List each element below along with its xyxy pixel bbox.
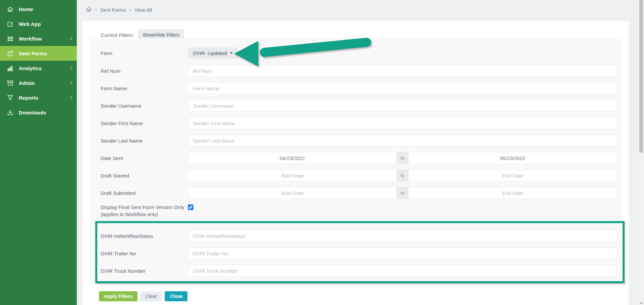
filter-row-form-name: Form Name — [101, 80, 617, 97]
final-sent-form-version-checkbox[interactable] — [188, 204, 194, 210]
chevron-left-icon — [69, 36, 73, 41]
field-control — [188, 135, 617, 147]
filter-row-sender-username: Sender Username — [101, 97, 617, 114]
action-buttons: Apply Filters Clear Close — [99, 291, 187, 301]
chevron-left-icon — [69, 65, 73, 71]
filter-row-date-sent: Date Sentto — [101, 149, 617, 167]
sidebar-item-label: Home — [19, 6, 33, 12]
filter-row-draft-started: Draft Startedto — [101, 167, 617, 184]
sidebar-item-label: Sent Forms — [19, 51, 47, 56]
ref-num-input[interactable] — [188, 65, 617, 77]
sidebar-item-downloads[interactable]: Downloads — [0, 105, 77, 120]
sender-last-name-input[interactable] — [188, 135, 617, 147]
filter-row-draft-submitted: Draft Submittedto — [101, 184, 617, 202]
field-control — [188, 230, 617, 242]
field-label: Draft Submitted — [101, 190, 188, 197]
breadcrumb: • Sent Forms • View All — [86, 6, 152, 13]
filter-row-dvir-trailer-no: DVIR Trailer No — [101, 245, 617, 262]
filter-row-display-final-sent-form-version-only: Display Final Sent Form Version Only(app… — [101, 202, 617, 220]
field-control: DVIR -Updated — [188, 47, 617, 59]
field-label: DVIR Trailer No — [101, 250, 188, 257]
dvir-trailer-no-input[interactable] — [188, 247, 617, 259]
analytics-icon — [6, 64, 14, 72]
chevron-left-icon — [69, 95, 73, 100]
scrollbar-thumb[interactable] — [639, 0, 643, 153]
field-label: Ref Num — [101, 67, 188, 74]
home-icon[interactable] — [86, 6, 92, 13]
field-label: DVIR Truck Number — [101, 267, 188, 274]
scrollbar[interactable]: ▼ — [638, 0, 644, 305]
field-label: DVIR InWorkflowStatus — [101, 233, 188, 240]
breadcrumb-separator: • — [95, 7, 97, 12]
field-label: Date Sent — [101, 155, 188, 162]
clear-button[interactable]: Clear — [141, 291, 162, 301]
sidebar-item-web-app[interactable]: Web App — [0, 16, 77, 31]
field-control — [188, 247, 617, 259]
sidebar-item-sent-forms[interactable]: Sent Forms — [0, 46, 77, 61]
to-separator: to — [397, 187, 408, 199]
field-control: to — [188, 187, 617, 199]
draft-started-date-range: to — [188, 169, 617, 182]
field-control — [188, 100, 617, 112]
field-label: Form — [101, 50, 188, 57]
scrollbar-down-arrow[interactable]: ▼ — [638, 302, 644, 305]
form-name-input[interactable] — [188, 82, 617, 94]
draft-submitted-end-date-input[interactable] — [408, 187, 617, 199]
field-label: Sender Username — [101, 102, 188, 109]
apply-filters-button[interactable]: Apply Filters — [99, 291, 138, 301]
current-filters-label: Current Filters: — [101, 32, 134, 38]
downloads-icon — [6, 108, 14, 116]
sidebar-item-label: Admin — [19, 80, 35, 86]
filter-row-dvir-inworkflowstatus: DVIR InWorkflowStatus — [101, 227, 617, 245]
draft-started-end-date-input[interactable] — [408, 169, 617, 182]
field-label: Sender First Name — [101, 120, 188, 127]
dropdown-selected-value: DVIR -Updated — [193, 50, 227, 56]
dvir-truck-number-input[interactable] — [188, 265, 617, 277]
sidebar-item-workflow[interactable]: Workflow — [0, 31, 77, 46]
sidebar-item-admin[interactable]: Admin — [0, 75, 77, 90]
sidebar-item-label: Web App — [19, 21, 41, 27]
date-sent-date-range: to — [188, 152, 617, 164]
sidebar-item-home[interactable]: Home — [0, 2, 77, 16]
close-button[interactable]: Close — [165, 291, 187, 301]
filter-row-sender-first-name: Sender First Name — [101, 114, 617, 132]
home-icon — [6, 5, 14, 13]
draft-started-start-date-input[interactable] — [188, 169, 397, 182]
breadcrumb-sent-forms[interactable]: Sent Forms — [100, 7, 126, 13]
field-control — [188, 117, 617, 129]
sidebar-item-reports[interactable]: Reports — [0, 90, 77, 105]
dvir-inworkflowstatus-input[interactable] — [188, 230, 617, 242]
workflow-icon — [6, 35, 14, 43]
sidebar-item-analytics[interactable]: Analytics — [0, 61, 77, 75]
date-sent-start-date-input[interactable] — [188, 152, 397, 164]
sender-username-input[interactable] — [188, 100, 617, 112]
sidebar-item-label: Workflow — [19, 36, 42, 42]
sent-forms-icon — [6, 49, 14, 57]
annotation-highlight-box: DVIR InWorkflowStatusDVIR Trailer NoDVIR… — [95, 221, 625, 283]
admin-icon — [6, 79, 14, 87]
breadcrumb-view-all[interactable]: View All — [135, 7, 152, 13]
field-label: Sender Last Name — [101, 137, 188, 144]
app-root: HomeWeb AppWorkflowSent FormsAnalyticsAd… — [0, 0, 644, 305]
field-control: to — [188, 152, 617, 164]
chevron-left-icon — [69, 80, 73, 86]
caret-down-icon — [230, 52, 233, 54]
draft-submitted-start-date-input[interactable] — [188, 187, 397, 199]
filter-row-dvir-truck-number: DVIR Truck Number — [101, 262, 617, 279]
sidebar-item-label: Downloads — [19, 110, 46, 115]
field-control — [188, 204, 617, 210]
field-control: to — [188, 169, 617, 182]
field-control — [188, 265, 617, 277]
field-label: Display Final Sent Form Version Only(app… — [101, 204, 188, 218]
field-control — [188, 82, 617, 94]
form-select-dropdown[interactable]: DVIR -Updated — [188, 47, 238, 59]
reports-icon — [6, 94, 14, 102]
field-label: Form Name — [101, 85, 188, 92]
sender-first-name-input[interactable] — [188, 117, 617, 129]
sidebar-item-label: Analytics — [19, 65, 42, 71]
filter-row-ref-num: Ref Num — [101, 62, 617, 80]
draft-submitted-date-range: to — [188, 187, 617, 199]
filter-row-form: FormDVIR -Updated — [101, 44, 617, 62]
breadcrumb-separator: • — [129, 7, 131, 12]
date-sent-end-date-input[interactable] — [408, 152, 617, 164]
